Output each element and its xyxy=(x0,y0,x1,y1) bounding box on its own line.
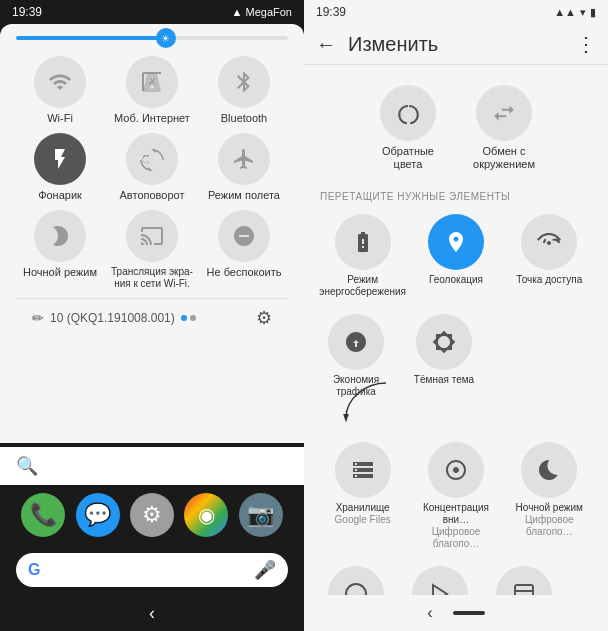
empty2-icon xyxy=(412,566,468,595)
battery-saver-label: Режимэнергосбережения xyxy=(319,274,406,298)
tile-flashlight[interactable]: Фонарик xyxy=(16,133,104,202)
share-env-label: Обмен с окружением xyxy=(464,145,544,171)
storage-label: ХранилищеGoogle Files xyxy=(335,502,391,526)
right-panel-title: Изменить xyxy=(348,33,438,56)
brightness-slider[interactable] xyxy=(16,36,288,40)
left-panel: 19:39 ▲ MegaFon Wi-Fi xyxy=(0,0,304,631)
battery-saver-icon xyxy=(335,214,391,270)
tile-geolocation[interactable]: Геолокация xyxy=(416,214,496,298)
battery-icon: ▮ xyxy=(590,6,596,19)
tile-mobile-data[interactable]: ✗ Моб. Интернет xyxy=(108,56,196,125)
search-bar[interactable]: 🔍 xyxy=(0,447,304,485)
dnd-icon xyxy=(218,210,270,262)
google-logo: G xyxy=(28,561,40,579)
bluetooth-icon xyxy=(218,56,270,108)
build-info: ✏ 10 (QKQ1.191008.001) xyxy=(32,310,196,326)
brightness-fill xyxy=(16,36,166,40)
tile-airplane[interactable]: Режим полета xyxy=(200,133,288,202)
time-right: 19:39 xyxy=(316,5,346,19)
dock: 📞 💬 ⚙ ◉ 📷 xyxy=(0,485,304,545)
dnd-label: Не беспокоить xyxy=(207,266,282,279)
settings-gear-icon[interactable]: ⚙ xyxy=(256,307,272,329)
tile-reverse-colors[interactable]: Обратные цвета xyxy=(368,85,448,171)
reverse-colors-label: Обратные цвета xyxy=(368,145,448,171)
tile-data-saver[interactable]: Экономия трафика xyxy=(316,314,396,398)
tile-focus[interactable]: Концентрация вни…Цифровое благопо… xyxy=(416,442,496,550)
brightness-row[interactable] xyxy=(16,36,288,40)
row4-tiles xyxy=(304,558,608,595)
tile-nightmode[interactable]: Ночной режим xyxy=(16,210,104,290)
autorotate-label: Автоповорот xyxy=(120,189,185,202)
svg-rect-4 xyxy=(515,585,533,595)
brightness-thumb xyxy=(156,28,176,48)
tile-autorotate[interactable]: Автоповорот xyxy=(108,133,196,202)
back-nav-right[interactable]: ‹ xyxy=(427,604,432,622)
focus-icon xyxy=(428,442,484,498)
dot1 xyxy=(181,315,187,321)
dark-theme-icon xyxy=(416,314,472,370)
right-header: ← Изменить ⋮ xyxy=(304,24,608,65)
geolocation-icon xyxy=(428,214,484,270)
carrier-info: ▲ MegaFon xyxy=(232,6,292,18)
tile-storage[interactable]: ХранилищеGoogle Files xyxy=(323,442,403,550)
dock-phone[interactable]: 📞 xyxy=(21,493,65,537)
bedtime-icon xyxy=(521,442,577,498)
tile-cast[interactable]: Трансляция экра­ния к сети Wi-Fi. xyxy=(108,210,196,290)
tile-battery-saver[interactable]: Режимэнергосбережения xyxy=(323,214,403,298)
reverse-colors-icon xyxy=(380,85,436,141)
tile-empty2[interactable] xyxy=(400,566,480,595)
share-env-icon xyxy=(476,85,532,141)
row3-tiles: ХранилищеGoogle Files Концентрация вни…Ц… xyxy=(304,434,608,558)
empty1-icon xyxy=(328,566,384,595)
tile-hotspot[interactable]: Точка доступа xyxy=(509,214,589,298)
home-button-right[interactable] xyxy=(453,611,485,615)
section-label: ПЕРЕТАЩИТЕ НУЖНЫЕ ЭЛЕМЕНТЫ xyxy=(320,191,510,202)
nav-bar-right: ‹ xyxy=(304,595,608,631)
right-panel: 19:39 ▲▲ ▾ ▮ ← Изменить ⋮ Обратные цвета xyxy=(304,0,608,631)
more-options-icon[interactable]: ⋮ xyxy=(576,32,596,56)
right-status-icons: ▲▲ ▾ ▮ xyxy=(554,6,596,19)
quick-settings-panel: Wi-Fi ✗ Моб. Интернет xyxy=(0,24,304,443)
cast-icon xyxy=(126,210,178,262)
dock-settings[interactable]: ⚙ xyxy=(130,493,174,537)
airplane-label: Режим полета xyxy=(208,189,280,202)
tile-share-env[interactable]: Обмен с окружением xyxy=(464,85,544,171)
tile-bedtime[interactable]: Ночной режимЦифровое благопо… xyxy=(509,442,589,550)
back-button-right[interactable]: ← xyxy=(316,33,336,56)
empty3-icon xyxy=(496,566,552,595)
signal-icon: ▲▲ xyxy=(554,6,576,18)
hotspot-icon xyxy=(521,214,577,270)
nightmode-label: Ночной режим xyxy=(23,266,97,279)
svg-point-2 xyxy=(346,584,366,595)
back-button-left[interactable]: ‹ xyxy=(149,603,155,624)
storage-icon xyxy=(335,442,391,498)
section-divider: ПЕРЕТАЩИТЕ НУЖНЫЕ ЭЛЕМЕНТЫ xyxy=(304,183,608,206)
tile-wifi[interactable]: Wi-Fi xyxy=(16,56,104,125)
dock-camera[interactable]: 📷 xyxy=(239,493,283,537)
wifi-icon xyxy=(34,56,86,108)
main-tiles-row: Режимэнергосбережения Геолокация Точ xyxy=(304,206,608,306)
mic-icon: 🎤 xyxy=(254,559,276,581)
mobile-data-label: Моб. Интернет xyxy=(114,112,190,125)
tile-bluetooth[interactable]: Bluetooth xyxy=(200,56,288,125)
right-header-left: ← Изменить xyxy=(316,33,438,56)
focus-label: Концентрация вни…Цифровое благопо… xyxy=(416,502,496,550)
row2-tiles: Экономия трафика xyxy=(304,306,608,406)
bluetooth-label: Bluetooth xyxy=(221,112,267,125)
carrier-label: ▲ MegaFon xyxy=(232,6,292,18)
flashlight-label: Фонарик xyxy=(38,189,82,202)
dock-sms[interactable]: 💬 xyxy=(76,493,120,537)
dots xyxy=(181,315,196,321)
tile-empty3[interactable] xyxy=(484,566,564,595)
dark-theme-label: Тёмная тема xyxy=(414,374,474,386)
airplane-icon xyxy=(218,133,270,185)
svg-text:✗: ✗ xyxy=(148,76,156,87)
tile-dnd[interactable]: Не беспокоить xyxy=(200,210,288,290)
tile-empty1[interactable] xyxy=(316,566,396,595)
google-search-bar[interactable]: G 🎤 xyxy=(16,553,288,587)
wifi-label: Wi-Fi xyxy=(47,112,73,125)
tile-dark-theme[interactable]: Тёмная тема xyxy=(404,314,484,398)
dock-chrome[interactable]: ◉ xyxy=(184,493,228,537)
search-icon: 🔍 xyxy=(16,455,38,477)
flashlight-icon xyxy=(34,133,86,185)
